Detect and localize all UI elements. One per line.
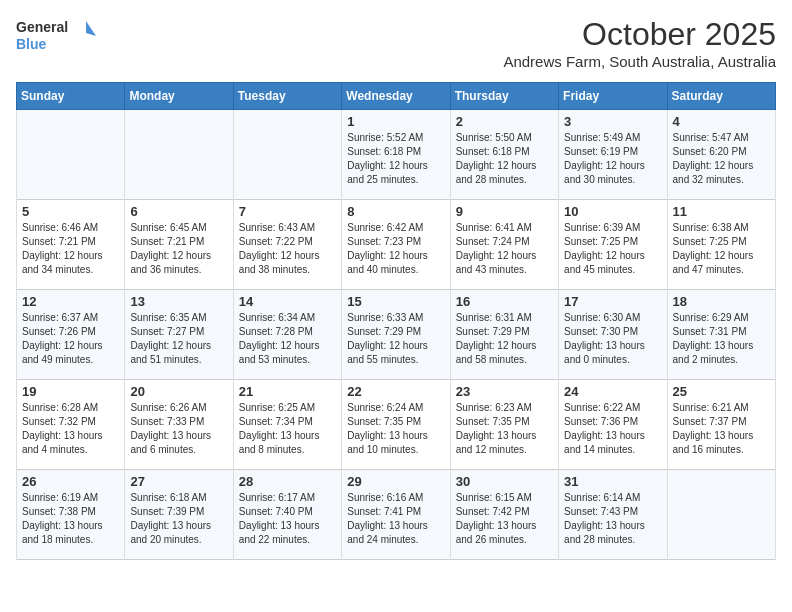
cell-content: Sunrise: 6:16 AM Sunset: 7:41 PM Dayligh…: [347, 491, 444, 547]
logo: General Blue: [16, 16, 96, 56]
calendar-cell: 12Sunrise: 6:37 AM Sunset: 7:26 PM Dayli…: [17, 290, 125, 380]
svg-text:General: General: [16, 19, 68, 35]
calendar-cell: 13Sunrise: 6:35 AM Sunset: 7:27 PM Dayli…: [125, 290, 233, 380]
calendar-cell: 15Sunrise: 6:33 AM Sunset: 7:29 PM Dayli…: [342, 290, 450, 380]
cell-content: Sunrise: 6:19 AM Sunset: 7:38 PM Dayligh…: [22, 491, 119, 547]
day-number: 9: [456, 204, 553, 219]
header-saturday: Saturday: [667, 83, 775, 110]
cell-content: Sunrise: 6:28 AM Sunset: 7:32 PM Dayligh…: [22, 401, 119, 457]
calendar-cell: 27Sunrise: 6:18 AM Sunset: 7:39 PM Dayli…: [125, 470, 233, 560]
cell-content: Sunrise: 6:22 AM Sunset: 7:36 PM Dayligh…: [564, 401, 661, 457]
day-number: 5: [22, 204, 119, 219]
cell-content: Sunrise: 6:38 AM Sunset: 7:25 PM Dayligh…: [673, 221, 770, 277]
calendar-cell: 17Sunrise: 6:30 AM Sunset: 7:30 PM Dayli…: [559, 290, 667, 380]
page-header: General Blue October 2025 Andrews Farm, …: [16, 16, 776, 70]
day-number: 31: [564, 474, 661, 489]
calendar-cell: 5Sunrise: 6:46 AM Sunset: 7:21 PM Daylig…: [17, 200, 125, 290]
calendar-cell: 18Sunrise: 6:29 AM Sunset: 7:31 PM Dayli…: [667, 290, 775, 380]
header-wednesday: Wednesday: [342, 83, 450, 110]
cell-content: Sunrise: 6:37 AM Sunset: 7:26 PM Dayligh…: [22, 311, 119, 367]
day-number: 3: [564, 114, 661, 129]
calendar-header-row: Sunday Monday Tuesday Wednesday Thursday…: [17, 83, 776, 110]
calendar-cell: 21Sunrise: 6:25 AM Sunset: 7:34 PM Dayli…: [233, 380, 341, 470]
cell-content: Sunrise: 6:39 AM Sunset: 7:25 PM Dayligh…: [564, 221, 661, 277]
calendar-cell: [667, 470, 775, 560]
calendar-week-row: 5Sunrise: 6:46 AM Sunset: 7:21 PM Daylig…: [17, 200, 776, 290]
calendar-table: Sunday Monday Tuesday Wednesday Thursday…: [16, 82, 776, 560]
calendar-cell: 1Sunrise: 5:52 AM Sunset: 6:18 PM Daylig…: [342, 110, 450, 200]
calendar-cell: 19Sunrise: 6:28 AM Sunset: 7:32 PM Dayli…: [17, 380, 125, 470]
calendar-cell: 6Sunrise: 6:45 AM Sunset: 7:21 PM Daylig…: [125, 200, 233, 290]
day-number: 28: [239, 474, 336, 489]
calendar-week-row: 19Sunrise: 6:28 AM Sunset: 7:32 PM Dayli…: [17, 380, 776, 470]
day-number: 22: [347, 384, 444, 399]
cell-content: Sunrise: 6:42 AM Sunset: 7:23 PM Dayligh…: [347, 221, 444, 277]
day-number: 29: [347, 474, 444, 489]
header-thursday: Thursday: [450, 83, 558, 110]
day-number: 6: [130, 204, 227, 219]
calendar-cell: 22Sunrise: 6:24 AM Sunset: 7:35 PM Dayli…: [342, 380, 450, 470]
day-number: 18: [673, 294, 770, 309]
cell-content: Sunrise: 6:24 AM Sunset: 7:35 PM Dayligh…: [347, 401, 444, 457]
cell-content: Sunrise: 6:29 AM Sunset: 7:31 PM Dayligh…: [673, 311, 770, 367]
cell-content: Sunrise: 5:50 AM Sunset: 6:18 PM Dayligh…: [456, 131, 553, 187]
day-number: 12: [22, 294, 119, 309]
cell-content: Sunrise: 6:45 AM Sunset: 7:21 PM Dayligh…: [130, 221, 227, 277]
title-block: October 2025 Andrews Farm, South Austral…: [503, 16, 776, 70]
calendar-cell: 10Sunrise: 6:39 AM Sunset: 7:25 PM Dayli…: [559, 200, 667, 290]
header-monday: Monday: [125, 83, 233, 110]
day-number: 23: [456, 384, 553, 399]
day-number: 7: [239, 204, 336, 219]
day-number: 2: [456, 114, 553, 129]
cell-content: Sunrise: 6:17 AM Sunset: 7:40 PM Dayligh…: [239, 491, 336, 547]
cell-content: Sunrise: 5:47 AM Sunset: 6:20 PM Dayligh…: [673, 131, 770, 187]
cell-content: Sunrise: 6:46 AM Sunset: 7:21 PM Dayligh…: [22, 221, 119, 277]
cell-content: Sunrise: 6:25 AM Sunset: 7:34 PM Dayligh…: [239, 401, 336, 457]
day-number: 17: [564, 294, 661, 309]
month-title: October 2025: [503, 16, 776, 53]
calendar-week-row: 1Sunrise: 5:52 AM Sunset: 6:18 PM Daylig…: [17, 110, 776, 200]
calendar-cell: 20Sunrise: 6:26 AM Sunset: 7:33 PM Dayli…: [125, 380, 233, 470]
calendar-cell: 8Sunrise: 6:42 AM Sunset: 7:23 PM Daylig…: [342, 200, 450, 290]
cell-content: Sunrise: 5:49 AM Sunset: 6:19 PM Dayligh…: [564, 131, 661, 187]
day-number: 25: [673, 384, 770, 399]
calendar-cell: [233, 110, 341, 200]
calendar-cell: 30Sunrise: 6:15 AM Sunset: 7:42 PM Dayli…: [450, 470, 558, 560]
cell-content: Sunrise: 6:33 AM Sunset: 7:29 PM Dayligh…: [347, 311, 444, 367]
calendar-cell: 14Sunrise: 6:34 AM Sunset: 7:28 PM Dayli…: [233, 290, 341, 380]
cell-content: Sunrise: 6:31 AM Sunset: 7:29 PM Dayligh…: [456, 311, 553, 367]
calendar-cell: 29Sunrise: 6:16 AM Sunset: 7:41 PM Dayli…: [342, 470, 450, 560]
calendar-cell: 9Sunrise: 6:41 AM Sunset: 7:24 PM Daylig…: [450, 200, 558, 290]
day-number: 11: [673, 204, 770, 219]
calendar-cell: 11Sunrise: 6:38 AM Sunset: 7:25 PM Dayli…: [667, 200, 775, 290]
header-sunday: Sunday: [17, 83, 125, 110]
cell-content: Sunrise: 6:41 AM Sunset: 7:24 PM Dayligh…: [456, 221, 553, 277]
calendar-cell: 25Sunrise: 6:21 AM Sunset: 7:37 PM Dayli…: [667, 380, 775, 470]
calendar-cell: 31Sunrise: 6:14 AM Sunset: 7:43 PM Dayli…: [559, 470, 667, 560]
cell-content: Sunrise: 5:52 AM Sunset: 6:18 PM Dayligh…: [347, 131, 444, 187]
cell-content: Sunrise: 6:21 AM Sunset: 7:37 PM Dayligh…: [673, 401, 770, 457]
cell-content: Sunrise: 6:14 AM Sunset: 7:43 PM Dayligh…: [564, 491, 661, 547]
cell-content: Sunrise: 6:34 AM Sunset: 7:28 PM Dayligh…: [239, 311, 336, 367]
cell-content: Sunrise: 6:26 AM Sunset: 7:33 PM Dayligh…: [130, 401, 227, 457]
cell-content: Sunrise: 6:43 AM Sunset: 7:22 PM Dayligh…: [239, 221, 336, 277]
calendar-week-row: 26Sunrise: 6:19 AM Sunset: 7:38 PM Dayli…: [17, 470, 776, 560]
calendar-cell: 3Sunrise: 5:49 AM Sunset: 6:19 PM Daylig…: [559, 110, 667, 200]
cell-content: Sunrise: 6:18 AM Sunset: 7:39 PM Dayligh…: [130, 491, 227, 547]
cell-content: Sunrise: 6:35 AM Sunset: 7:27 PM Dayligh…: [130, 311, 227, 367]
svg-text:Blue: Blue: [16, 36, 47, 52]
calendar-cell: 28Sunrise: 6:17 AM Sunset: 7:40 PM Dayli…: [233, 470, 341, 560]
calendar-cell: 2Sunrise: 5:50 AM Sunset: 6:18 PM Daylig…: [450, 110, 558, 200]
calendar-cell: 7Sunrise: 6:43 AM Sunset: 7:22 PM Daylig…: [233, 200, 341, 290]
day-number: 8: [347, 204, 444, 219]
day-number: 20: [130, 384, 227, 399]
calendar-week-row: 12Sunrise: 6:37 AM Sunset: 7:26 PM Dayli…: [17, 290, 776, 380]
calendar-cell: [125, 110, 233, 200]
cell-content: Sunrise: 6:15 AM Sunset: 7:42 PM Dayligh…: [456, 491, 553, 547]
day-number: 1: [347, 114, 444, 129]
calendar-cell: 4Sunrise: 5:47 AM Sunset: 6:20 PM Daylig…: [667, 110, 775, 200]
day-number: 14: [239, 294, 336, 309]
cell-content: Sunrise: 6:23 AM Sunset: 7:35 PM Dayligh…: [456, 401, 553, 457]
day-number: 4: [673, 114, 770, 129]
logo-svg: General Blue: [16, 16, 96, 56]
